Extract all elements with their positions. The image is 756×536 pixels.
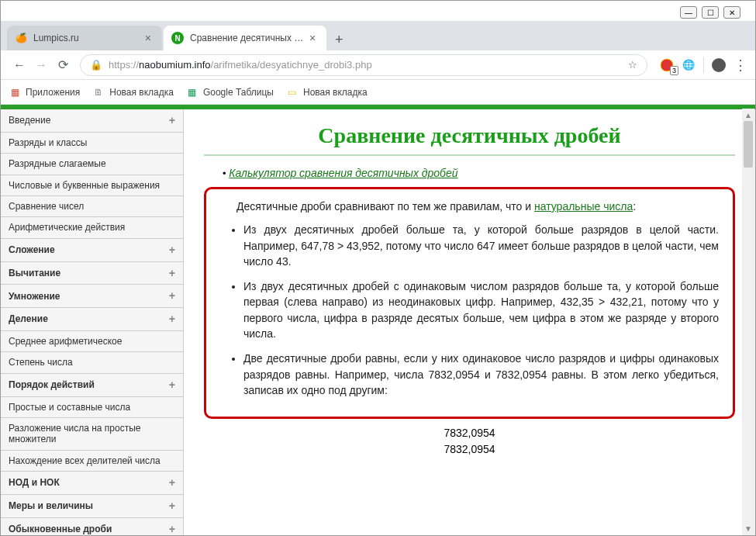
scroll-track[interactable] xyxy=(742,121,754,522)
sidebar-item[interactable]: Сложение+ xyxy=(1,239,183,262)
rule-item: Из двух десятичных дробей больше та, у к… xyxy=(243,222,719,269)
sidebar-item[interactable]: Числовые и буквенные выражения xyxy=(1,175,183,196)
expand-icon[interactable]: + xyxy=(169,313,175,326)
expand-icon[interactable]: + xyxy=(169,476,175,489)
page-icon: ▭ xyxy=(286,86,299,99)
scrollbar-thumb[interactable] xyxy=(744,121,753,168)
expand-icon[interactable]: + xyxy=(169,500,175,513)
sidebar-item[interactable]: Нахождение всех делителей числа xyxy=(1,451,183,472)
example-numbers: 7832,0954 7832,0954 xyxy=(204,425,735,458)
extension-badge: 3 xyxy=(670,66,678,75)
menu-icon[interactable]: ⋮ xyxy=(734,58,747,72)
sidebar-item[interactable]: Арифметические действия xyxy=(1,217,183,238)
expand-icon[interactable]: + xyxy=(169,244,175,257)
sidebar-item[interactable]: Введение+ xyxy=(1,109,183,133)
window-scrollbar[interactable]: ▲ ▼ xyxy=(742,109,754,534)
calculator-link-row: • Калькулятор сравнения десятичных дробе… xyxy=(223,167,735,179)
page-icon: 🗎 xyxy=(92,86,105,99)
tab-strip: 🍊 Lumpics.ru × N Сравнение десятичных др… xyxy=(1,21,755,50)
sidebar-item-label: Числовые и буквенные выражения xyxy=(9,180,160,191)
main-content: Сравнение десятичных дробей • Калькулято… xyxy=(184,109,755,535)
sidebar-item[interactable]: Меры и величины+ xyxy=(1,495,183,518)
favicon-naobumium: N xyxy=(171,32,184,44)
scroll-down-arrow[interactable]: ▼ xyxy=(742,522,754,534)
apps-icon: ▦ xyxy=(9,86,21,99)
sidebar-item-label: Сложение xyxy=(9,244,55,255)
sidebar-item-label: Разряды и классы xyxy=(9,137,87,148)
sidebar-item-label: Нахождение всех делителей числа xyxy=(9,455,161,466)
bookmark-apps[interactable]: ▦Приложения xyxy=(9,86,80,99)
number-line: 7832,0954 xyxy=(204,441,735,458)
sidebar-item-label: НОД и НОК xyxy=(9,477,60,488)
sidebar-item-label: Обыкновенные дроби xyxy=(9,524,112,534)
sidebar-item-label: Разрядные слагаемые xyxy=(9,158,106,169)
svg-point-1 xyxy=(712,58,726,72)
scroll-up-arrow[interactable]: ▲ xyxy=(742,109,754,121)
globe-icon[interactable]: 🌐 xyxy=(682,58,696,72)
sidebar-item[interactable]: Вычитание+ xyxy=(1,262,183,285)
calculator-link[interactable]: Калькулятор сравнения десятичных дробей xyxy=(229,167,457,179)
bookmark-label: Приложения xyxy=(26,87,80,98)
sidebar-item-label: Арифметические действия xyxy=(9,222,125,233)
sidebar-item-label: Простые и составные числа xyxy=(9,402,130,413)
expand-icon[interactable]: + xyxy=(169,379,175,392)
bookmark-star-icon[interactable]: ☆ xyxy=(628,59,637,71)
page-body: Введение+Разряды и классыРазрядные слага… xyxy=(1,109,755,535)
profile-avatar[interactable] xyxy=(712,58,726,72)
new-tab-button[interactable]: + xyxy=(328,29,350,50)
bookmark-bar: ▦Приложения 🗎Новая вкладка ▦Google Табли… xyxy=(1,80,755,105)
sidebar-item[interactable]: Степень числа xyxy=(1,352,183,373)
tab-close-icon[interactable]: × xyxy=(142,32,154,44)
bookmark-newtab1[interactable]: 🗎Новая вкладка xyxy=(92,86,174,99)
title-underline xyxy=(204,154,735,156)
url-host: naobumium.info xyxy=(139,59,211,71)
lock-icon: 🔒 xyxy=(90,59,102,71)
sidebar-item[interactable]: Среднее арифметическое xyxy=(1,331,183,352)
sidebar-item-label: Степень числа xyxy=(9,357,73,368)
url-input[interactable]: 🔒 https://naobumium.info/arifmetika/desy… xyxy=(80,54,647,76)
sidebar-item[interactable]: Сравнение чисел xyxy=(1,196,183,217)
window-controls: — ☐ ✕ xyxy=(680,6,740,19)
sidebar-nav: Введение+Разряды и классыРазрядные слага… xyxy=(1,109,184,535)
expand-icon[interactable]: + xyxy=(169,523,175,535)
sidebar-item-label: Порядок действий xyxy=(9,379,95,390)
sidebar-item-label: Умножение xyxy=(9,291,60,302)
extension-icon-1[interactable]: 3 xyxy=(660,58,674,72)
close-window-button[interactable]: ✕ xyxy=(723,6,740,19)
page-title: Сравнение десятичных дробей xyxy=(204,123,735,148)
tab-close-icon[interactable]: × xyxy=(306,32,319,44)
rule-item: Из двух десятичных дробей с одинаковым ч… xyxy=(243,278,719,341)
intro-paragraph: Десятичные дроби сравнивают по тем же пр… xyxy=(220,199,719,214)
bookmark-sheets[interactable]: ▦Google Таблицы xyxy=(186,86,274,99)
sidebar-item[interactable]: Разряды и классы xyxy=(1,133,183,154)
tab-lumpics[interactable]: 🍊 Lumpics.ru × xyxy=(7,26,162,50)
expand-icon[interactable]: + xyxy=(169,114,175,127)
separator xyxy=(703,57,704,73)
sidebar-item[interactable]: Разрядные слагаемые xyxy=(1,154,183,175)
favicon-lumpics: 🍊 xyxy=(15,32,27,44)
forward-button[interactable]: → xyxy=(30,54,52,76)
sidebar-item[interactable]: Деление+ xyxy=(1,308,183,331)
sidebar-item[interactable]: НОД и НОК+ xyxy=(1,472,183,495)
sidebar-item[interactable]: Умножение+ xyxy=(1,285,183,308)
natural-numbers-link[interactable]: натуральные числа xyxy=(534,200,633,213)
minimize-button[interactable]: — xyxy=(680,6,697,19)
reload-button[interactable]: ⟳ xyxy=(52,54,74,76)
highlight-box: Десятичные дроби сравнивают по тем же пр… xyxy=(204,187,735,419)
sidebar-item-label: Меры и величины xyxy=(9,500,93,511)
bookmark-label: Google Таблицы xyxy=(203,87,274,98)
expand-icon[interactable]: + xyxy=(169,267,175,280)
sidebar-item[interactable]: Разложение числа на простые множители xyxy=(1,418,183,451)
url-protocol: https:// xyxy=(109,59,139,71)
expand-icon[interactable]: + xyxy=(169,289,175,303)
back-button[interactable]: ← xyxy=(9,54,30,76)
sidebar-item-label: Введение xyxy=(9,115,50,126)
bookmark-label: Новая вкладка xyxy=(109,87,174,98)
tab-naobumium[interactable]: N Сравнение десятичных дробей × xyxy=(164,26,326,50)
maximize-button[interactable]: ☐ xyxy=(702,6,719,19)
bookmark-newtab2[interactable]: ▭Новая вкладка xyxy=(286,86,368,99)
sidebar-item[interactable]: Обыкновенные дроби+ xyxy=(1,518,183,535)
sidebar-item[interactable]: Простые и составные числа xyxy=(1,397,183,418)
sheets-icon: ▦ xyxy=(186,86,198,99)
sidebar-item[interactable]: Порядок действий+ xyxy=(1,374,183,397)
